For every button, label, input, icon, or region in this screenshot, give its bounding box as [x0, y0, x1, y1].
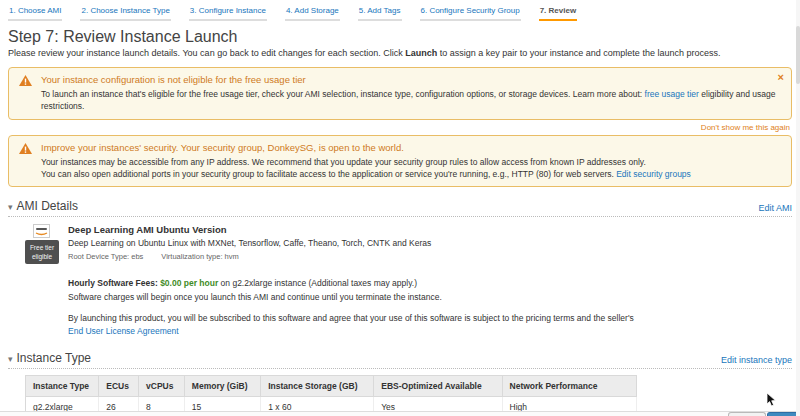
- ami-text-block: Deep Learning AMI Ubuntu Version Deep Le…: [68, 224, 431, 264]
- page-subtitle: Please review your instance launch detai…: [8, 48, 800, 58]
- column-header: Instance Type: [26, 375, 99, 396]
- close-icon[interactable]: ×: [778, 71, 784, 83]
- tab-7[interactable]: 7. Review: [539, 4, 577, 21]
- table-header-row: Instance TypeECUsvCPUsMemory (GiB)Instan…: [26, 375, 637, 396]
- subscribe-note: By launching this product, you will be s…: [68, 312, 800, 326]
- warning-title: Your instance configuration is not eligi…: [41, 74, 781, 85]
- ami-summary: Free tier eligible Deep Learning AMI Ubu…: [25, 224, 800, 264]
- warning-title: Improve your instances' security. Your s…: [41, 142, 781, 153]
- subtitle-text-2: to assign a key pair to your instance an…: [437, 48, 720, 58]
- tab-6[interactable]: 6. Configure Security Group: [420, 4, 521, 21]
- charges-note: Software charges will begin once you lau…: [68, 291, 800, 305]
- virtualization-type: Virtualization type: hvm: [161, 252, 238, 261]
- page-title: Step 7: Review Instance Launch: [8, 28, 800, 46]
- column-header: Network Performance: [502, 375, 636, 396]
- ami-meta: Root Device Type: ebsVirtualization type…: [68, 252, 431, 261]
- tab-3[interactable]: 3. Configure Instance: [189, 4, 267, 21]
- dont-show-again: Don't show me this again: [0, 122, 790, 132]
- instance-type-toggle[interactable]: ▾Instance Type: [8, 351, 91, 365]
- amazon-logo-icon: [33, 224, 50, 238]
- tab-1[interactable]: 1. Choose AMI: [8, 4, 62, 21]
- wizard-footer: [0, 411, 800, 416]
- warning-icon: [19, 143, 32, 156]
- column-header: vCPUs: [139, 375, 185, 396]
- warning-line-1: Your instances may be accessible from an…: [41, 156, 781, 168]
- ami-details-toggle[interactable]: ▾AMI Details: [8, 199, 78, 213]
- warning-line-2: You can also open additional ports in yo…: [41, 168, 781, 180]
- section-title: AMI Details: [17, 199, 78, 213]
- wizard-tabs: 1. Choose AMI2. Choose Instance Type3. C…: [0, 0, 800, 21]
- security-warning-box: Improve your instances' security. Your s…: [8, 135, 792, 188]
- edit-instance-type-link[interactable]: Edit instance type: [721, 355, 792, 365]
- mouse-cursor-icon: [766, 393, 777, 409]
- root-device-type: Root Device Type: ebs: [68, 252, 143, 261]
- column-header: EBS-Optimized Available: [374, 375, 502, 396]
- free-tier-warning-box: Your instance configuration is not eligi…: [8, 67, 792, 120]
- free-tier-badge-line1: Free tier: [25, 243, 59, 252]
- fees-price: $0.00 per hour: [160, 278, 218, 288]
- instance-type-header: ▾Instance Type Edit instance type: [8, 351, 792, 369]
- tab-2[interactable]: 2. Choose Instance Type: [80, 4, 170, 21]
- scrollbar-thumb[interactable]: [796, 26, 800, 84]
- collapse-icon[interactable]: ▾: [8, 202, 13, 212]
- fees-rest: on g2.2xlarge instance (Additional taxes…: [218, 278, 417, 288]
- edit-security-groups-link[interactable]: Edit security groups: [616, 169, 691, 179]
- dont-show-again-link[interactable]: Don't show me this again: [701, 123, 790, 132]
- warning-icon: [19, 75, 32, 88]
- previous-button[interactable]: [728, 412, 766, 416]
- ami-description: Deep Learning on Ubuntu Linux with MXNet…: [68, 238, 431, 248]
- spacer: [68, 305, 800, 312]
- column-header: Instance Storage (GB): [261, 375, 374, 396]
- warning-line-2-text: You can also open additional ports in yo…: [41, 169, 616, 179]
- free-tier-badge: Free tier eligible: [25, 240, 59, 264]
- scrollbar-track[interactable]: [796, 0, 800, 416]
- subtitle-text: Please review your instance launch detai…: [8, 48, 405, 58]
- fees-label: Hourly Software Fees:: [68, 278, 158, 288]
- instance-type-table: Instance TypeECUsvCPUsMemory (GiB)Instan…: [25, 375, 637, 416]
- warning-body: Your instances may be accessible from an…: [41, 156, 781, 181]
- edit-ami-link[interactable]: Edit AMI: [758, 203, 792, 213]
- warning-body: To launch an instance that's eligible fo…: [41, 88, 781, 113]
- free-tier-badge-line2: eligible: [25, 252, 59, 261]
- ami-name: Deep Learning AMI Ubuntu Version: [68, 224, 431, 235]
- tab-5[interactable]: 5. Add Tags: [358, 4, 402, 21]
- software-fees-block: Hourly Software Fees: $0.00 per hour on …: [68, 277, 800, 338]
- subtitle-launch-word: Launch: [405, 48, 437, 58]
- ami-details-header: ▾AMI Details Edit AMI: [8, 199, 792, 217]
- tab-4[interactable]: 4. Add Storage: [285, 4, 340, 21]
- hourly-fees-line: Hourly Software Fees: $0.00 per hour on …: [68, 277, 800, 291]
- eula-link[interactable]: End User License Agreement: [68, 326, 179, 336]
- collapse-icon[interactable]: ▾: [8, 354, 13, 364]
- ami-icon-column: Free tier eligible: [25, 224, 61, 264]
- section-title: Instance Type: [17, 351, 92, 365]
- column-header: ECUs: [99, 375, 139, 396]
- column-header: Memory (GiB): [184, 375, 260, 396]
- free-usage-tier-link[interactable]: free usage tier: [645, 89, 699, 99]
- warning-body-text: To launch an instance that's eligible fo…: [41, 89, 645, 99]
